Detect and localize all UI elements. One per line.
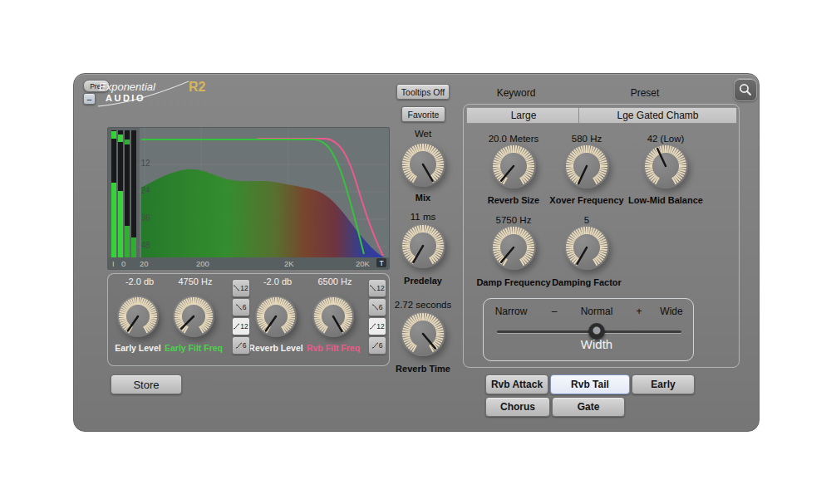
slope-curve-icon <box>234 323 239 330</box>
trace-toggle-button[interactable]: T <box>376 258 386 267</box>
frequency-axis: I 0 20 200 2K 20K T <box>108 257 389 269</box>
slope-button-label: 6 <box>379 341 383 350</box>
keyword-dropdown[interactable]: Large <box>466 107 581 124</box>
predelay-label: Predelay <box>381 276 465 286</box>
width-normal-label: Normal <box>576 306 617 317</box>
width-title: Width <box>547 337 647 351</box>
slope-curve-icon <box>370 323 376 330</box>
width-narrow-label: Narrow <box>490 306 532 317</box>
reverb-level-knob[interactable] <box>255 296 297 337</box>
freq-axis-label: 2K <box>284 259 294 268</box>
preset-dropdown[interactable]: Lge Gated Chamb <box>578 107 737 124</box>
freq-axis-label: 200 <box>196 259 209 268</box>
slope-curve-icon <box>370 285 376 291</box>
rvb-slope-button-12b[interactable]: 12 <box>368 317 386 335</box>
tab-rvb-attack[interactable]: Rvb Attack <box>485 374 548 394</box>
reverb-time-value: 2.72 seconds <box>377 300 469 310</box>
spectrum-display: 12 24 36 48 I 0 20 200 2K 20K T <box>107 127 390 270</box>
mix-label: Mix <box>386 193 460 203</box>
damping-factor-knob[interactable] <box>564 225 609 270</box>
width-wide-label: Wide <box>651 306 692 317</box>
spectrum-fill <box>141 169 384 257</box>
slope-button-label: 6 <box>243 341 247 350</box>
rvb-filt-freq-label: Rvb Filt Freq <box>300 343 366 353</box>
early-level-knob[interactable] <box>117 296 159 337</box>
damping-factor-label: Damping Factor <box>541 277 632 287</box>
early-slope-button-6a[interactable]: 6 <box>232 298 250 316</box>
magnifier-icon <box>738 82 753 97</box>
tab-early[interactable]: Early <box>632 374 695 394</box>
reverb-time-label: Reverb Time <box>377 364 469 374</box>
brand-name-bottom: AUDIO <box>106 93 145 103</box>
early-filt-freq-knob[interactable] <box>173 296 214 337</box>
rvb-filt-freq-knob[interactable] <box>312 296 354 337</box>
width-panel: Narrow – Normal + Wide Width <box>483 298 694 361</box>
early-slope-button-12a[interactable]: 12 <box>232 279 250 297</box>
tooltips-toggle-button[interactable]: Tooltips Off <box>396 84 450 100</box>
mix-knob[interactable] <box>401 142 445 187</box>
xover-frequency-knob[interactable] <box>564 144 609 188</box>
plugin-window: Pref – Exponential AUDIO R2 Tooltips Off… <box>73 73 760 432</box>
brand-name-top: Exponential <box>99 81 155 93</box>
preset-label: Preset <box>587 87 703 99</box>
favorite-button[interactable]: Favorite <box>401 106 445 122</box>
db-axis-label: 36 <box>138 213 153 223</box>
store-button[interactable]: Store <box>111 374 182 394</box>
tab-gate[interactable]: Gate <box>552 397 625 417</box>
slope-button-label: 6 <box>243 303 247 311</box>
low-mid-balance-knob[interactable] <box>643 144 688 188</box>
low-mid-balance-label: Low-Mid Balance <box>620 195 711 205</box>
reverb-size-knob[interactable] <box>491 144 536 188</box>
width-decrease-button[interactable]: – <box>534 306 575 317</box>
rvb-slope-button-6b[interactable]: 6 <box>368 336 386 355</box>
slope-button-label: 12 <box>240 322 248 330</box>
reverb-level-value: -2.0 db <box>248 276 307 286</box>
slope-button-label: 12 <box>240 284 248 292</box>
slope-curve-icon <box>234 285 239 291</box>
freq-axis-label: 20K <box>356 259 370 268</box>
predelay-value: 11 ms <box>386 212 460 222</box>
rvb-filt-freq-value: 6500 Hz <box>306 276 364 286</box>
xover-frequency-value: 580 Hz <box>545 134 628 144</box>
reverb-size-value: 20.0 Meters <box>472 134 555 144</box>
slope-curve-icon <box>236 342 242 349</box>
meter-scale-label: I <box>112 259 115 268</box>
search-button[interactable] <box>734 78 757 101</box>
damp-frequency-knob[interactable] <box>491 225 536 270</box>
early-filt-freq-value: 4750 Hz <box>166 276 224 286</box>
db-axis-label: 24 <box>138 186 153 195</box>
db-axis-label: 48 <box>138 241 153 250</box>
slope-button-label: 12 <box>376 322 384 330</box>
early-slope-button-12b[interactable]: 12 <box>232 317 250 335</box>
early-filt-freq-label: Early Filt Freq <box>160 343 227 353</box>
early-slope-button-6b[interactable]: 6 <box>232 336 250 355</box>
collapse-button[interactable]: – <box>83 93 96 105</box>
meter-scale-label: 0 <box>121 259 125 268</box>
reverb-level-label: Reverb Level <box>243 343 309 353</box>
low-mid-balance-value: 42 (Low) <box>624 134 707 144</box>
xover-frequency-label: Xover Frequency <box>541 195 632 205</box>
product-name: R2 <box>189 80 205 95</box>
keyword-label: Keyword <box>458 87 574 99</box>
mix-value: Wet <box>386 129 460 139</box>
db-axis-label: 12 <box>138 159 153 168</box>
tab-rvb-tail[interactable]: Rvb Tail <box>550 374 630 394</box>
freq-axis-label: 20 <box>140 259 149 268</box>
predelay-knob[interactable] <box>401 223 445 268</box>
slope-curve-icon <box>372 342 378 349</box>
reverb-time-knob[interactable] <box>401 311 445 356</box>
early-level-value: -2.0 db <box>111 276 169 286</box>
tab-chorus[interactable]: Chorus <box>485 397 550 417</box>
damp-frequency-value: 5750 Hz <box>472 215 555 225</box>
damping-factor-value: 5 <box>545 215 628 225</box>
slope-curve-icon <box>236 304 242 311</box>
